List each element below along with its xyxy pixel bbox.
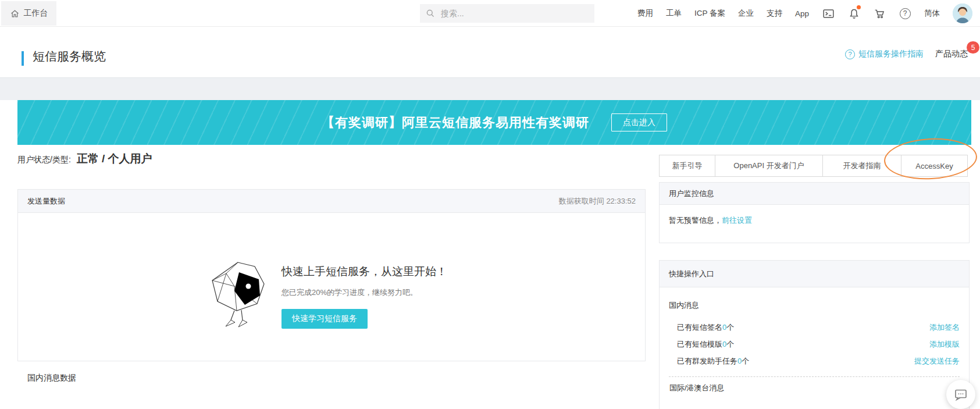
guide-link[interactable]: ? 短信服务操作指南 <box>845 49 924 59</box>
user-avatar[interactable] <box>953 3 972 23</box>
nav-item-tickets[interactable]: 工单 <box>666 8 682 19</box>
robot-illustration <box>209 261 267 329</box>
banner-enter-button[interactable]: 点击进入 <box>611 113 667 131</box>
quick-ops-card-header: 快捷操作入口 <box>660 261 969 287</box>
product-news-badge: 5 <box>967 41 979 54</box>
title-accent-bar <box>22 51 24 66</box>
global-search <box>420 4 594 23</box>
send-volume-card: 发送量数据 数据获取时间 22:33:52 快速上手短信服务，从这里开始！ 您已… <box>17 189 646 361</box>
workbench-button[interactable]: 工作台 <box>1 1 56 26</box>
beginner-guide-button[interactable]: 新手引导 <box>659 155 715 177</box>
page-header-actions: ? 短信服务操作指南 产品动态 5 <box>845 49 971 59</box>
next-section-title-partial: 国内消息数据 <box>27 373 76 383</box>
user-status-label: 用户状态/类型: <box>17 155 71 165</box>
user-monitor-card-header: 用户监控信息 <box>660 183 969 205</box>
nav-item-icp[interactable]: ICP 备案 <box>694 8 725 19</box>
data-fetch-time: 数据获取时间 22:33:52 <box>559 196 636 207</box>
search-icon <box>426 9 435 18</box>
user-monitor-title: 用户监控信息 <box>669 189 714 199</box>
search-input[interactable] <box>440 8 589 19</box>
cart-icon[interactable] <box>873 7 886 20</box>
signature-count-text: 已有短信签名0个 <box>677 322 734 333</box>
workbench-label: 工作台 <box>24 8 48 19</box>
quick-link-button-group: 新手引导 OpenAPI 开发者门户 开发者指南 AccessKey <box>659 155 968 177</box>
feedback-chat-button[interactable] <box>946 380 975 409</box>
user-status-value: 正常 / 个人用户 <box>77 151 152 166</box>
navbar-right: 费用 工单 ICP 备案 企业 支持 App <box>637 0 972 27</box>
submit-send-task-link[interactable]: 提交发送任务 <box>914 356 960 367</box>
chat-bubble-icon <box>954 387 968 401</box>
batch-task-count-text: 已有群发助手任务0个 <box>677 356 749 367</box>
page-header: 短信服务概览 ? 短信服务操作指南 产品动态 5 <box>0 27 980 78</box>
user-monitor-body: 暂无预警信息，前往设置 <box>660 205 969 236</box>
page-background-band <box>0 78 980 100</box>
nav-item-enterprise[interactable]: 企业 <box>738 8 754 19</box>
guide-link-label: 短信服务操作指南 <box>858 49 924 59</box>
user-status-row: 用户状态/类型: 正常 / 个人用户 <box>17 151 152 166</box>
help-icon[interactable]: ? <box>899 7 911 20</box>
developer-guide-button[interactable]: 开发者指南 <box>822 155 901 177</box>
intl-section-title: 国际/港澳台消息 <box>660 377 969 393</box>
notification-dot <box>857 5 861 9</box>
goto-settings-link[interactable]: 前往设置 <box>722 216 752 225</box>
send-volume-card-header: 发送量数据 数据获取时间 22:33:52 <box>18 190 645 213</box>
quick-ops-rows: 已有短信签名0个 添加签名 已有短信模版0个 添加模版 已有群发助手任务0个 提… <box>660 311 969 369</box>
page-title: 短信服务概览 <box>33 48 106 65</box>
nav-item-billing[interactable]: 费用 <box>637 8 653 19</box>
home-icon <box>10 9 20 19</box>
nav-item-support[interactable]: 支持 <box>767 8 782 19</box>
product-news-link[interactable]: 产品动态 5 <box>935 49 971 59</box>
sms-console-page: 工作台 费用 工单 ICP 备案 企业 支持 App <box>0 0 980 409</box>
user-monitor-card: 用户监控信息 暂无预警信息，前往设置 <box>659 182 970 243</box>
quick-ops-title: 快捷操作入口 <box>669 269 714 279</box>
accesskey-button[interactable]: AccessKey <box>901 155 968 177</box>
learn-sms-button[interactable]: 快速学习短信服务 <box>281 309 368 329</box>
no-alert-text: 暂无预警信息， <box>669 216 722 225</box>
send-volume-title: 发送量数据 <box>27 196 65 207</box>
product-news-label: 产品动态 <box>935 49 968 58</box>
domestic-section-title: 国内消息 <box>660 287 969 311</box>
top-navbar: 工作台 费用 工单 ICP 备案 企业 支持 App <box>0 0 980 27</box>
openapi-portal-button[interactable]: OpenAPI 开发者门户 <box>715 155 823 177</box>
locale-switcher[interactable]: 简体 <box>924 8 940 19</box>
banner-text: 【有奖调研】阿里云短信服务易用性有奖调研 <box>322 114 589 131</box>
nav-item-app[interactable]: App <box>795 9 809 18</box>
quick-ops-card: 快捷操作入口 国内消息 已有短信签名0个 添加签名 已有短信模版0个 添加模版 … <box>659 260 970 409</box>
template-count-text: 已有短信模版0个 <box>677 339 734 350</box>
batch-task-row: 已有群发助手任务0个 提交发送任务 <box>677 353 960 369</box>
add-signature-link[interactable]: 添加签名 <box>929 322 960 333</box>
template-row: 已有短信模版0个 添加模版 <box>677 336 960 353</box>
question-circle-icon: ? <box>845 49 855 59</box>
notification-bell-icon[interactable] <box>847 7 860 20</box>
terminal-icon[interactable] <box>822 7 835 20</box>
add-template-link[interactable]: 添加模版 <box>929 339 960 350</box>
survey-banner: 【有奖调研】阿里云短信服务易用性有奖调研 点击进入 <box>17 100 971 145</box>
onboarding-title: 快速上手短信服务，从这里开始！ <box>281 264 447 279</box>
onboarding-progress-text: 您已完成20%的学习进度，继续努力吧。 <box>281 287 418 298</box>
signature-row: 已有短信签名0个 添加签名 <box>677 319 960 336</box>
